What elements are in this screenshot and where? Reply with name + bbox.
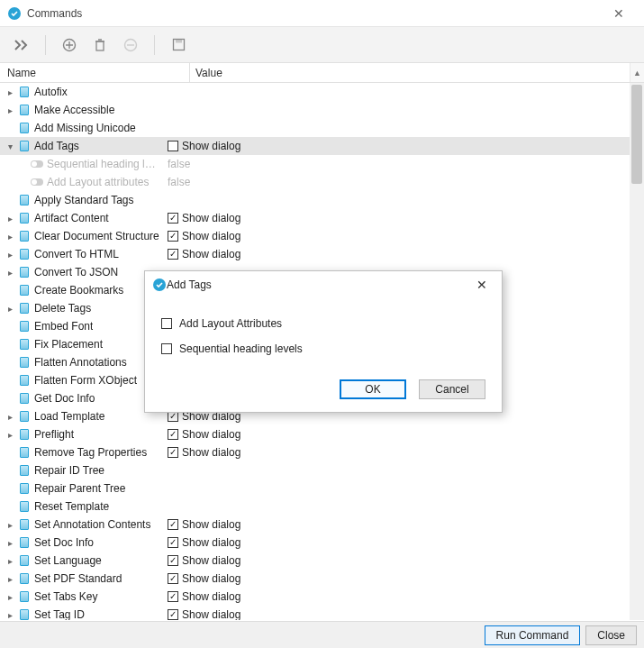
tree-row[interactable]: ▸Convert To HTMLShow dialog	[0, 245, 644, 263]
window-close-button[interactable]: ✕	[601, 6, 637, 21]
tree-row[interactable]: ▸Autofix	[0, 83, 644, 101]
checkbox-icon[interactable]	[168, 519, 178, 530]
add-icon[interactable]	[59, 34, 80, 56]
column-value[interactable]: Value	[189, 63, 630, 82]
tree-row[interactable]: ▸PreflightShow dialog	[0, 425, 644, 443]
tree-row-value-text: Show dialog	[182, 212, 240, 224]
tree-row[interactable]: ▸Reset Template	[0, 497, 644, 516]
tree-row-value[interactable]: Show dialog	[168, 554, 240, 567]
chevron-right-icon[interactable]: ▸	[4, 304, 16, 314]
chevron-down-icon[interactable]: ▾	[4, 141, 16, 151]
tree-row-label: Add Tags	[32, 140, 79, 152]
tree-row-value[interactable]: Show dialog	[168, 536, 240, 549]
tree-row-label: Reset Template	[32, 500, 109, 513]
dialog-title: Add Tags	[167, 278, 469, 291]
tree-row[interactable]: ▸Set Doc InfoShow dialog	[0, 534, 644, 552]
tree-row-value[interactable]: Show dialog	[168, 446, 240, 459]
footer-bar: Run Command Close	[0, 621, 644, 648]
tree-row[interactable]: ▸Set LanguageShow dialog	[0, 552, 644, 570]
checkbox-icon[interactable]	[168, 141, 178, 151]
chevron-right-icon[interactable]: ▸	[4, 592, 16, 602]
chevron-right-icon[interactable]: ▸	[4, 250, 16, 260]
tree-row[interactable]: ▸Apply Standard Tags	[0, 191, 644, 209]
tree-row-value[interactable]: Show dialog	[168, 428, 240, 441]
delete-icon[interactable]	[89, 34, 111, 56]
tree-row[interactable]: ▾Add TagsShow dialog	[0, 137, 644, 155]
dialog-close-button[interactable]: ✕	[469, 278, 494, 292]
chevron-right-icon[interactable]: ▸	[4, 520, 16, 530]
tree-row[interactable]: ▸Repair Parent Tree	[0, 479, 644, 497]
toggle-icon	[29, 160, 45, 168]
tree-row-value[interactable]: Show dialog	[168, 518, 240, 531]
tree-row[interactable]: ▸Set Tag IDShow dialog	[0, 606, 644, 620]
tree-row[interactable]: ▸Artifact ContentShow dialog	[0, 209, 644, 227]
cancel-button[interactable]: Cancel	[419, 379, 485, 399]
checkbox-icon[interactable]	[168, 573, 178, 584]
vertical-scrollbar[interactable]	[630, 83, 644, 620]
tree-row-label: Set Annotation Contents	[32, 518, 150, 531]
document-icon	[16, 267, 32, 278]
dialog-titlebar: Add Tags ✕	[145, 271, 502, 298]
tree-row[interactable]: ▸Sequential heading l…false	[0, 155, 644, 173]
checkbox-icon[interactable]	[161, 343, 172, 354]
chevron-right-icon[interactable]: ▸	[4, 430, 16, 440]
document-icon	[16, 357, 32, 368]
tree-row[interactable]: ▸Make Accessible	[0, 101, 644, 119]
tree-row[interactable]: ▸Clear Document StructureShow dialog	[0, 227, 644, 245]
tree-row-value[interactable]: Show dialog	[168, 590, 240, 603]
chevron-right-icon[interactable]: ▸	[4, 87, 16, 97]
checkbox-icon[interactable]	[168, 249, 178, 260]
chevron-right-icon[interactable]: ▸	[4, 268, 16, 278]
expand-icon[interactable]	[11, 34, 32, 56]
document-icon	[16, 375, 32, 386]
tree-row[interactable]: ▸Repair ID Tree	[0, 461, 644, 479]
close-button[interactable]: Close	[585, 625, 637, 645]
window-titlebar: Commands ✕	[0, 0, 644, 27]
chevron-right-icon[interactable]: ▸	[4, 574, 16, 584]
tree-row-value[interactable]: Show dialog	[168, 572, 240, 585]
chevron-right-icon[interactable]: ▸	[4, 610, 16, 620]
chevron-right-icon[interactable]: ▸	[4, 556, 16, 566]
tree-row[interactable]: ▸Set PDF StandardShow dialog	[0, 570, 644, 588]
checkbox-icon[interactable]	[168, 231, 178, 242]
tree-row-value[interactable]: Show dialog	[168, 212, 240, 224]
dialog-body: Add Layout Attributes Sequential heading…	[145, 298, 502, 370]
scroll-up-icon[interactable]: ▲	[630, 63, 644, 82]
chevron-right-icon[interactable]: ▸	[4, 538, 16, 548]
dialog-option-sequential[interactable]: Sequential heading levels	[161, 336, 485, 361]
scrollbar-thumb[interactable]	[631, 85, 642, 184]
document-icon	[16, 591, 32, 602]
tree-row-label: Convert To JSON	[32, 266, 118, 278]
checkbox-icon[interactable]	[168, 447, 178, 458]
checkbox-icon[interactable]	[168, 591, 178, 602]
tree-row[interactable]: ▸Add Layout attributesfalse	[0, 173, 644, 191]
dialog-option-add-layout[interactable]: Add Layout Attributes	[161, 311, 485, 336]
chevron-right-icon[interactable]: ▸	[4, 214, 16, 224]
tree-row-value: false	[168, 158, 190, 170]
column-name[interactable]: Name	[0, 67, 189, 79]
tree-row[interactable]: ▸Remove Tag PropertiesShow dialog	[0, 443, 644, 461]
add-tags-dialog: Add Tags ✕ Add Layout Attributes Sequent…	[144, 270, 503, 413]
toolbar	[0, 27, 644, 63]
chevron-right-icon[interactable]: ▸	[4, 105, 16, 115]
checkbox-icon[interactable]	[168, 555, 178, 566]
checkbox-icon[interactable]	[161, 318, 172, 329]
chevron-right-icon[interactable]: ▸	[4, 412, 16, 422]
chevron-right-icon[interactable]: ▸	[4, 232, 16, 242]
document-icon	[16, 123, 32, 133]
tree-row-value[interactable]: Show dialog	[168, 140, 240, 152]
tree-row-value[interactable]: Show dialog	[168, 608, 240, 620]
checkbox-icon[interactable]	[168, 609, 178, 620]
tree-row[interactable]: ▸Set Annotation ContentsShow dialog	[0, 516, 644, 534]
tree-row-label: Remove Tag Properties	[32, 446, 147, 459]
tree-row-value[interactable]: Show dialog	[168, 230, 240, 242]
tree-row-value[interactable]: Show dialog	[168, 248, 240, 260]
ok-button[interactable]: OK	[340, 379, 406, 399]
checkbox-icon[interactable]	[168, 213, 178, 224]
checkbox-icon[interactable]	[168, 429, 178, 440]
tree-row[interactable]: ▸Add Missing Unicode	[0, 119, 644, 137]
save-icon[interactable]	[168, 34, 189, 56]
checkbox-icon[interactable]	[168, 537, 178, 548]
tree-row[interactable]: ▸Set Tabs KeyShow dialog	[0, 588, 644, 606]
run-command-button[interactable]: Run Command	[485, 625, 581, 645]
